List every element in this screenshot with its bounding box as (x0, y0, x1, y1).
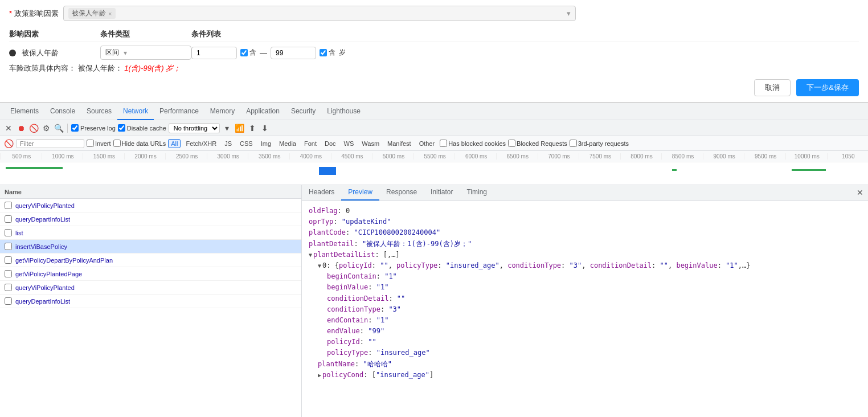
tick-8000: 8000 ms (620, 153, 662, 160)
col-header-condition-list: 条件列表 (191, 29, 859, 39)
tab-application[interactable]: Application (240, 103, 285, 120)
invert-label[interactable]: Invert (87, 140, 111, 147)
tag-close-icon[interactable]: × (108, 10, 112, 17)
toolbar-separator-1 (67, 124, 68, 133)
filter-btn-js[interactable]: JS (222, 139, 235, 148)
clear-icon[interactable]: 🚫 (28, 123, 39, 133)
filter-btn-doc[interactable]: Doc (322, 139, 339, 148)
req-checkbox[interactable] (5, 256, 12, 264)
hide-data-urls-label[interactable]: Hide data URLs (113, 140, 166, 147)
detail-tab-timing[interactable]: Timing (460, 185, 494, 201)
upload-icon[interactable]: ⬆ (247, 123, 257, 133)
filter-btn-font[interactable]: Font (301, 139, 320, 148)
filter-btn-ws[interactable]: WS (341, 139, 357, 148)
req-checkbox[interactable] (5, 243, 12, 250)
preserve-log-label[interactable]: Preserve log (71, 124, 116, 132)
tab-security[interactable]: Security (285, 103, 321, 120)
triangle-item0-icon[interactable] (318, 263, 321, 269)
tick-2000: 2000 ms (124, 153, 166, 160)
tab-sources[interactable]: Sources (81, 103, 117, 120)
filter-btn-css[interactable]: CSS (237, 139, 256, 148)
timeline-ruler: 500 ms 1000 ms 1500 ms 2000 ms 2500 ms 3… (0, 151, 868, 162)
filter-btn-manifest[interactable]: Manifest (384, 139, 414, 148)
filter-icon[interactable]: ⚙ (41, 123, 51, 133)
list-item[interactable]: getViPolicyDepartByPolicyAndPlan (0, 254, 301, 267)
req-checkbox[interactable] (5, 215, 12, 223)
include-end-label[interactable]: 含 (320, 48, 335, 58)
detail-tab-preview[interactable]: Preview (341, 185, 379, 201)
tick-2500: 2500 ms (165, 153, 207, 160)
list-item[interactable]: list (0, 226, 301, 240)
list-item-selected[interactable]: insertViBasePolicy (0, 240, 301, 254)
disable-cache-checkbox[interactable] (118, 124, 125, 132)
col-header-factor: 影响因素 (9, 29, 100, 39)
json-line-beginvalue: beginValue: "1" (309, 282, 861, 293)
third-party-checkbox[interactable] (570, 140, 577, 147)
list-item[interactable]: queryDepartInfoList (0, 295, 301, 308)
include-begin-checkbox[interactable] (240, 49, 248, 56)
list-item[interactable]: queryViPolicyPlanted (0, 199, 301, 212)
include-begin-label[interactable]: 含 (240, 48, 256, 58)
cancel-button[interactable]: 取消 (754, 79, 791, 96)
name-column-header: Name (5, 189, 22, 195)
tick-8500: 8500 ms (661, 153, 703, 160)
record-icon[interactable]: ⏺ (16, 123, 26, 133)
json-line-endcontain: endContain: "1" (309, 315, 861, 326)
download-icon[interactable]: ⬇ (260, 123, 270, 133)
save-button[interactable]: 下一步&保存 (796, 79, 859, 96)
throttle-select[interactable]: No throttling (169, 123, 220, 133)
timeline-area: 500 ms 1000 ms 1500 ms 2000 ms 2500 ms 3… (0, 151, 868, 185)
req-checkbox[interactable] (5, 284, 12, 291)
hide-data-urls-checkbox[interactable] (113, 140, 121, 147)
tab-elements[interactable]: Elements (5, 103, 44, 120)
filter-btn-wasm[interactable]: Wasm (359, 139, 382, 148)
filter-btn-fetch[interactable]: Fetch/XHR (183, 139, 219, 148)
list-item[interactable]: queryDepartInfoList (0, 212, 301, 226)
end-value-input[interactable] (271, 47, 316, 59)
close-icon[interactable]: ✕ (3, 123, 14, 133)
disable-cache-label[interactable]: Disable cache (118, 124, 166, 132)
tab-network[interactable]: Network (117, 103, 154, 120)
triangle-policycond-icon[interactable] (318, 372, 321, 378)
req-checkbox[interactable] (5, 202, 12, 209)
has-blocked-cookies-label[interactable]: Has blocked cookies (440, 140, 506, 147)
wifi-icon[interactable]: 📶 (235, 123, 245, 133)
has-blocked-cookies-checkbox[interactable] (440, 140, 447, 147)
include-end-checkbox[interactable] (320, 49, 327, 56)
filter-btn-img[interactable]: Img (258, 139, 274, 148)
condition-type-select[interactable]: 区间 ▾ (100, 46, 191, 60)
tick-1500: 1500 ms (83, 153, 124, 160)
filter-btn-other[interactable]: Other (416, 139, 438, 148)
tab-console[interactable]: Console (44, 103, 81, 120)
tab-performance[interactable]: Performance (154, 103, 204, 120)
invert-checkbox[interactable] (87, 140, 94, 147)
detail-tab-response[interactable]: Response (379, 185, 424, 201)
include-end-text: 含 (329, 48, 335, 58)
triangle-expand-icon[interactable] (309, 252, 312, 258)
third-party-label[interactable]: 3rd-party requests (570, 140, 629, 147)
detail-tab-headers[interactable]: Headers (302, 185, 341, 201)
detail-tab-initiator[interactable]: Initiator (424, 185, 460, 201)
search-icon[interactable]: 🔍 (54, 123, 64, 133)
req-checkbox[interactable] (5, 270, 12, 277)
req-checkbox[interactable] (5, 297, 12, 305)
filter-input[interactable] (16, 139, 84, 148)
begin-value-input[interactable] (191, 47, 237, 59)
policy-factor-select[interactable]: 被保人年龄 × ▾ (63, 6, 576, 21)
list-item[interactable]: getViPolicyPlantedPage (0, 267, 301, 281)
json-line-plantdetaillist: plantDetailList: [,…] (309, 250, 861, 260)
req-name: queryViPolicyPlanted (15, 284, 75, 291)
blocked-requests-checkbox[interactable] (508, 140, 515, 147)
req-checkbox[interactable] (5, 229, 12, 236)
list-item[interactable]: queryViPolicyPlanted (0, 281, 301, 295)
tab-memory[interactable]: Memory (204, 103, 240, 120)
tick-3500: 3500 ms (248, 153, 289, 160)
tab-lighthouse[interactable]: Lighthouse (321, 103, 366, 120)
throttle-arrow-icon[interactable]: ▾ (222, 123, 232, 133)
blocked-requests-label[interactable]: Blocked Requests (508, 140, 567, 147)
details-close-button[interactable]: ✕ (852, 185, 868, 201)
preserve-log-checkbox[interactable] (71, 124, 79, 132)
filter-btn-all[interactable]: All (168, 139, 181, 148)
json-line-begincontain: beginContain: "1" (309, 271, 861, 282)
filter-btn-media[interactable]: Media (276, 139, 299, 148)
